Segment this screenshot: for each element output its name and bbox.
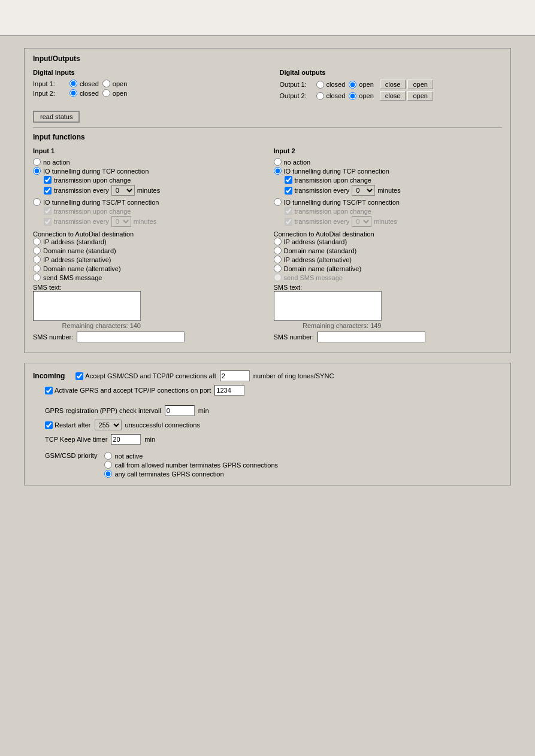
input1-trans-every-dis-select: 0 xyxy=(111,216,131,227)
input1-trans-every-select[interactable]: 012510 xyxy=(111,185,135,196)
input2-sms-textarea[interactable] xyxy=(274,291,382,321)
input2-closed-label[interactable]: closed xyxy=(69,89,99,97)
incoming-row-6: GSM/CSD priority not active call from al… xyxy=(45,452,334,478)
input2-open-radio[interactable] xyxy=(102,89,110,97)
output1-btns: close open xyxy=(380,80,433,89)
input1-domain-alt[interactable]: Domain name (alternative) xyxy=(33,265,262,272)
digital-inputs: Digital inputs Input 1: closed open Inpu… xyxy=(33,69,256,102)
incoming-panel: Incoming Accept GSM/CSD and TCP/IP conec… xyxy=(24,363,511,485)
restart-after-label[interactable]: Restart after xyxy=(45,421,91,429)
digital-row: Digital inputs Input 1: closed open Inpu… xyxy=(33,69,502,102)
input-outputs-title: Input/Outputs xyxy=(33,54,502,63)
restart-after-checkbox[interactable] xyxy=(45,421,53,429)
incoming-row-5: TCP Keep Alive timer min xyxy=(45,434,334,445)
input1-io-tsc[interactable]: IO tunnelling during TSC/PT connection xyxy=(33,198,262,206)
output1-close-btn[interactable]: close xyxy=(380,80,406,89)
gprs-check-input[interactable] xyxy=(165,405,195,416)
gsm-any-call-label[interactable]: any call terminates GPRS connection xyxy=(104,470,278,478)
input2-row: Input 2: closed open xyxy=(33,89,256,97)
gsm-not-active-label[interactable]: not active xyxy=(104,452,278,460)
input2-ip-std[interactable]: IP address (standard) xyxy=(274,238,503,245)
output2-closed-radio[interactable] xyxy=(316,92,324,100)
ring-tones-input[interactable] xyxy=(220,371,250,381)
input1-sms-remaining: Remaining characters: 140 xyxy=(33,322,141,329)
accept-gsm-checkbox[interactable] xyxy=(75,372,83,380)
input2-domain-std[interactable]: Domain name (standard) xyxy=(274,247,503,254)
input1-open-radio[interactable] xyxy=(102,80,110,87)
input2-no-action[interactable]: no action xyxy=(274,158,503,166)
output1-closed-label[interactable]: closed xyxy=(316,81,346,89)
input2-col: Input 2 no action IO tunnelling during T… xyxy=(274,147,503,344)
input1-io-tcp[interactable]: IO tunnelling during TCP connection xyxy=(33,167,262,175)
input1-sms-text-label: SMS text: xyxy=(33,284,262,291)
input2-trans-on-change[interactable]: transmission upon change xyxy=(285,176,503,184)
output2-close-btn[interactable]: close xyxy=(380,91,406,101)
output1-open-label[interactable]: open xyxy=(349,81,373,89)
read-status-button[interactable]: read status xyxy=(33,111,80,123)
output1-label: Output 1: xyxy=(280,81,313,88)
input1-closed-radio[interactable] xyxy=(69,80,77,87)
output1-closed-radio[interactable] xyxy=(316,81,324,89)
input2-sms-text-label: SMS text: xyxy=(274,284,503,291)
gsm-call-from-allowed-label[interactable]: call from allowed number terminates GPRS… xyxy=(104,461,278,469)
input2-closed-radio[interactable] xyxy=(69,89,77,97)
input1-sms-number-row: SMS number: xyxy=(33,332,262,342)
input1-closed-label[interactable]: closed xyxy=(69,80,99,87)
incoming-title: Incoming xyxy=(33,372,65,380)
output2-closed-label[interactable]: closed xyxy=(316,92,346,100)
input2-connection-title: Connection to AutoDial destination xyxy=(274,230,503,238)
input1-trans-on-change[interactable]: transmission upon change xyxy=(44,176,262,184)
input1-ip-std[interactable]: IP address (standard) xyxy=(33,238,262,245)
input2-trans-every-cb[interactable] xyxy=(285,187,292,195)
output1-open-radio[interactable] xyxy=(349,81,356,89)
input2-ip-alt[interactable]: IP address (alternative) xyxy=(274,256,503,263)
incoming-row-1: Incoming Accept GSM/CSD and TCP/IP conec… xyxy=(33,371,334,381)
input1-ip-alt[interactable]: IP address (alternative) xyxy=(33,256,262,263)
input-functions-grid: Input 1 no action IO tunnelling during T… xyxy=(33,147,502,344)
input1-no-action[interactable]: no action xyxy=(33,158,262,166)
incoming-grid: Incoming Accept GSM/CSD and TCP/IP conec… xyxy=(33,371,334,478)
input2-send-sms: send SMS message xyxy=(274,274,503,281)
input1-trans-every-dis: transmission every 0 minutes xyxy=(44,216,262,227)
input1-sms-number-input[interactable] xyxy=(77,332,185,342)
input1-col: Input 1 no action IO tunnelling during T… xyxy=(33,147,262,344)
input1-trans-every: transmission every 012510 minutes xyxy=(44,185,262,196)
input1-connection-title: Connection to AutoDial destination xyxy=(33,230,262,238)
input2-sms-number-input[interactable] xyxy=(318,332,425,342)
input2-trans-on-change-dis: transmission upon change xyxy=(285,207,503,215)
input2-trans-every: transmission every 012510 minutes xyxy=(285,185,503,196)
input2-domain-alt[interactable]: Domain name (alternative) xyxy=(274,265,503,272)
top-bar xyxy=(0,0,535,36)
activate-gprs-checkbox[interactable] xyxy=(45,387,53,394)
activate-gprs-label[interactable]: Activate GPRS and accept TCP/IP conectio… xyxy=(45,387,211,394)
input1-domain-std[interactable]: Domain name (standard) xyxy=(33,247,262,254)
input2-trans-every-dis-select: 0 xyxy=(352,216,371,227)
output2-btns: close open xyxy=(380,91,433,101)
output1-open-btn[interactable]: open xyxy=(407,80,433,89)
input1-send-sms[interactable]: send SMS message xyxy=(33,274,262,281)
input2-label: Input 2: xyxy=(33,90,66,97)
input1-sms-textarea[interactable] xyxy=(33,291,141,321)
input1-trans-on-change-dis: transmission upon change xyxy=(44,207,262,215)
input2-io-tcp[interactable]: IO tunnelling during TCP connection xyxy=(274,167,503,175)
input1-row: Input 1: closed open xyxy=(33,80,256,87)
input2-open-label[interactable]: open xyxy=(102,89,127,97)
input2-sms-remaining: Remaining characters: 149 xyxy=(274,322,382,329)
output2-open-btn[interactable]: open xyxy=(407,91,433,101)
input1-trans-every-cb[interactable] xyxy=(44,187,52,195)
restart-value-select[interactable]: 255151050100 xyxy=(95,420,122,430)
output2-row: Output 2: closed open close open xyxy=(280,91,503,101)
digital-outputs: Digital outputs Output 1: closed open cl… xyxy=(280,69,503,102)
input1-open-label[interactable]: open xyxy=(102,80,127,87)
page-content: Input/Outputs Digital inputs Input 1: cl… xyxy=(0,36,535,497)
input2-trans-every-select[interactable]: 012510 xyxy=(352,185,375,196)
gprs-port-input[interactable] xyxy=(214,385,244,396)
accept-gsm-label[interactable]: Accept GSM/CSD and TCP/IP conections aft xyxy=(75,372,216,380)
input2-col-title: Input 2 xyxy=(274,147,503,154)
output2-open-label[interactable]: open xyxy=(349,92,373,100)
output2-open-radio[interactable] xyxy=(349,92,356,100)
tcp-keepalive-input[interactable] xyxy=(111,434,141,445)
input-functions-title: Input functions xyxy=(33,133,502,141)
output2-label: Output 2: xyxy=(280,92,313,99)
input2-io-tsc[interactable]: IO tunnelling during TSC/PT connection xyxy=(274,198,503,206)
